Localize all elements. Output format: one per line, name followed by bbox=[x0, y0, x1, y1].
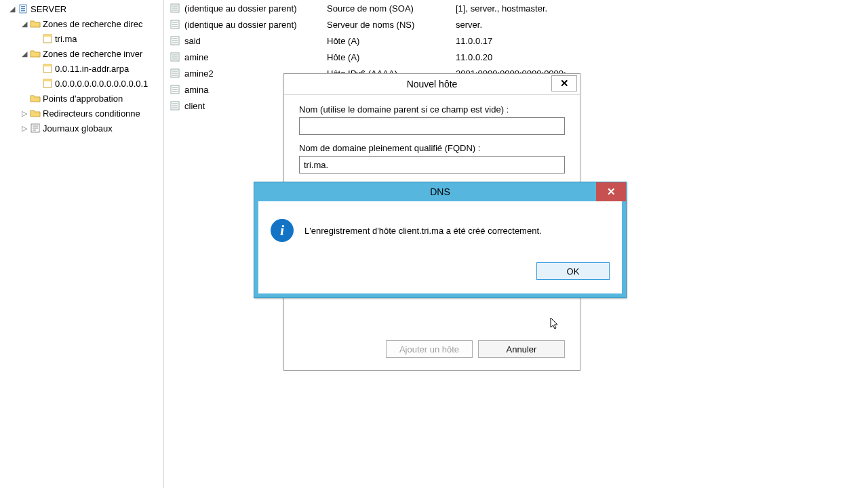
record-icon bbox=[170, 52, 180, 62]
tree-label: Zones de recherche direc bbox=[43, 19, 142, 29]
tree-node-trust-points[interactable]: Points d'approbation bbox=[0, 91, 163, 106]
collapse-icon[interactable]: ◢ bbox=[20, 49, 28, 58]
zone-icon bbox=[42, 33, 53, 44]
record-data: server. bbox=[456, 20, 868, 30]
tree-node-global-logs[interactable]: ▷ Journaux globaux bbox=[0, 121, 163, 136]
close-button[interactable]: ✕ bbox=[551, 75, 577, 92]
ok-button[interactable]: OK bbox=[536, 262, 610, 280]
record-name: said bbox=[184, 36, 327, 46]
add-host-button[interactable]: Ajouter un hôte bbox=[386, 340, 473, 358]
record-data: 11.0.0.20 bbox=[456, 52, 868, 62]
dialog-title-text: Nouvel hôte bbox=[407, 79, 458, 89]
name-label: Nom (utilise le domaine parent si ce cha… bbox=[299, 104, 565, 115]
fqdn-input[interactable] bbox=[299, 156, 565, 174]
dialog-title: Nouvel hôte ✕ bbox=[284, 74, 580, 94]
record-type: Source de nom (SOA) bbox=[327, 3, 456, 14]
close-icon: ✕ bbox=[607, 186, 616, 198]
record-type: Hôte (A) bbox=[327, 36, 456, 46]
dns-message: L'enregistrement d'hôte client.tri.ma a … bbox=[304, 226, 542, 236]
tree-label: SERVER bbox=[31, 4, 66, 14]
record-row[interactable]: saidHôte (A)11.0.0.17 bbox=[164, 33, 868, 49]
tree-node-reverse-zone-1[interactable]: 0.0.11.in-addr.arpa bbox=[0, 61, 163, 76]
record-icon bbox=[170, 68, 180, 79]
dialog-dns-confirm: DNS ✕ i L'enregistrement d'hôte client.t… bbox=[254, 182, 627, 298]
folder-icon bbox=[30, 48, 41, 59]
record-icon bbox=[170, 19, 180, 30]
record-type: Hôte (A) bbox=[327, 52, 456, 62]
folder-icon bbox=[30, 18, 41, 29]
tree-node-forward-zone-trima[interactable]: tri.ma bbox=[0, 31, 163, 46]
close-button[interactable]: ✕ bbox=[596, 182, 626, 201]
cancel-button[interactable]: Annuler bbox=[478, 340, 565, 358]
svg-rect-7 bbox=[43, 64, 52, 66]
tree-node-reverse-zones[interactable]: ◢ Zones de recherche inver bbox=[0, 46, 163, 61]
record-icon bbox=[170, 35, 180, 46]
tree-label: Points d'approbation bbox=[43, 94, 123, 104]
tree-label: 0.0.0.0.0.0.0.0.0.0.0.0.1 bbox=[55, 79, 148, 89]
folder-icon bbox=[30, 93, 41, 104]
tree-label: Journaux globaux bbox=[43, 123, 113, 134]
expand-icon[interactable]: ▷ bbox=[20, 109, 28, 118]
close-icon: ✕ bbox=[560, 77, 569, 89]
record-name: amine bbox=[184, 52, 327, 62]
svg-rect-1 bbox=[21, 6, 25, 7]
server-icon bbox=[18, 3, 28, 14]
record-icon bbox=[170, 84, 180, 95]
collapse-icon[interactable]: ◢ bbox=[8, 5, 16, 14]
svg-rect-5 bbox=[43, 35, 52, 37]
record-icon bbox=[170, 100, 180, 111]
record-row[interactable]: amineHôte (A)11.0.0.20 bbox=[164, 49, 868, 65]
tree-label: Redirecteurs conditionne bbox=[43, 108, 140, 119]
tree-node-forwarders[interactable]: ▷ Redirecteurs conditionne bbox=[0, 106, 163, 121]
expand-icon[interactable]: ▷ bbox=[20, 124, 28, 133]
svg-rect-3 bbox=[21, 10, 25, 12]
record-type: Serveur de noms (NS) bbox=[327, 20, 456, 30]
tree-label: tri.ma bbox=[55, 34, 77, 44]
tree-pane: ◢ SERVER ◢ Zones de recherche direc tri.… bbox=[0, 0, 164, 488]
svg-rect-9 bbox=[43, 79, 52, 81]
logs-icon bbox=[30, 123, 41, 134]
record-data: 11.0.0.17 bbox=[456, 36, 868, 46]
tree-node-reverse-zone-2[interactable]: 0.0.0.0.0.0.0.0.0.0.0.0.1 bbox=[0, 76, 163, 91]
collapse-icon[interactable]: ◢ bbox=[20, 20, 28, 28]
record-icon bbox=[170, 3, 180, 14]
tree-node-forward-zones[interactable]: ◢ Zones de recherche direc bbox=[0, 16, 163, 31]
record-name: (identique au dossier parent) bbox=[184, 3, 327, 14]
tree-node-server[interactable]: ◢ SERVER bbox=[0, 1, 163, 16]
zone-icon bbox=[42, 78, 53, 89]
dialog-title-bar: DNS ✕ bbox=[254, 182, 626, 201]
zone-icon bbox=[42, 63, 53, 74]
name-input[interactable] bbox=[299, 117, 565, 135]
record-data: [1], server., hostmaster. bbox=[456, 3, 868, 14]
tree-label: 0.0.11.in-addr.arpa bbox=[55, 64, 129, 74]
svg-rect-2 bbox=[21, 8, 25, 9]
fqdn-label: Nom de domaine pleinement qualifié (FQDN… bbox=[299, 143, 565, 153]
folder-icon bbox=[30, 108, 41, 119]
record-name: (identique au dossier parent) bbox=[184, 20, 327, 30]
record-row[interactable]: (identique au dossier parent)Serveur de … bbox=[164, 16, 868, 33]
dialog-title-text: DNS bbox=[430, 186, 450, 197]
info-icon: i bbox=[271, 219, 294, 242]
record-row[interactable]: (identique au dossier parent)Source de n… bbox=[164, 0, 868, 16]
tree-label: Zones de recherche inver bbox=[43, 49, 142, 59]
